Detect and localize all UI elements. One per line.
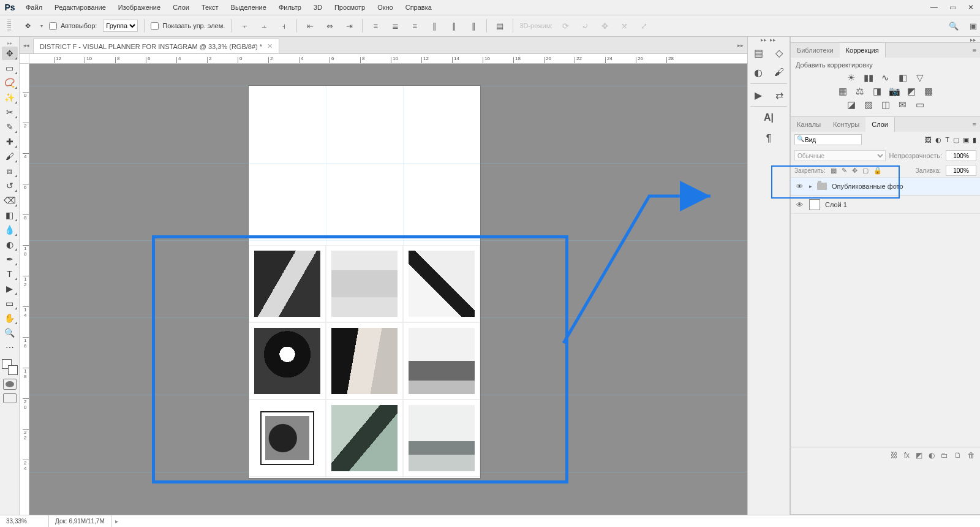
auto-align-icon[interactable]: ▤ <box>493 19 507 32</box>
autoselect-mode[interactable]: Группа <box>103 20 138 32</box>
new-layer-icon[interactable]: 🗋 <box>954 451 962 460</box>
history-panel-icon[interactable]: ▤ <box>752 47 764 59</box>
close-tab-icon[interactable]: ✕ <box>267 42 273 50</box>
type-tool[interactable]: T <box>2 267 18 281</box>
marquee-tool[interactable]: ▭ <box>2 61 18 75</box>
move-tool[interactable]: ✥ <box>2 47 18 60</box>
tab-libraries[interactable]: Библиотеки <box>791 43 840 58</box>
color-swatches[interactable] <box>2 359 18 375</box>
ruler-vertical[interactable]: 024681 01 21 41 61 82 02 22 4 <box>20 64 29 515</box>
status-docinfo[interactable]: Док: 6,91M/11,7M <box>49 515 111 527</box>
quick-mask-icon[interactable] <box>3 379 17 390</box>
tabbar-collapse-left-icon[interactable]: ◂◂ <box>23 42 29 48</box>
lock-position-icon[interactable]: ✥ <box>852 167 858 175</box>
menu-help[interactable]: Справка <box>399 4 438 11</box>
adj-selective-icon[interactable]: ✉ <box>897 99 908 110</box>
visibility-toggle-icon[interactable]: 👁 <box>794 201 804 208</box>
menu-view[interactable]: Просмотр <box>328 4 371 11</box>
document-tab[interactable]: DISTRICT F - VISUAL PLANNER FOR INSTAGRA… <box>33 39 279 53</box>
menu-text[interactable]: Текст <box>195 4 225 11</box>
align-top-icon[interactable]: ⫟ <box>238 19 251 32</box>
adj-posterize-icon[interactable]: ▨ <box>863 99 874 110</box>
grid-photo[interactable] <box>252 325 323 396</box>
edit-toolbar[interactable]: ⋯ <box>2 341 18 354</box>
grid-photo[interactable] <box>329 325 400 396</box>
link-layers-icon[interactable]: ⛓ <box>891 451 898 460</box>
adjust-panel-icon[interactable]: ◐ <box>752 66 764 78</box>
screen-mode-icon[interactable] <box>3 393 17 403</box>
adj-balance-icon[interactable]: ⚖ <box>854 86 865 97</box>
tab-channels[interactable]: Каналы <box>791 117 827 132</box>
hand-tool[interactable]: ✋ <box>2 311 18 325</box>
panel-menu-icon[interactable]: ≡ <box>969 121 980 128</box>
tools-collapse-icon[interactable]: ▸▸ <box>0 40 19 45</box>
adj-levels-icon[interactable]: ▮▮ <box>863 72 874 83</box>
menu-edit[interactable]: Редактирование <box>48 4 112 11</box>
pen-tool[interactable]: ✒ <box>2 252 18 266</box>
brush-tool[interactable]: 🖌 <box>2 150 18 163</box>
autoselect-checkbox[interactable]: Автовыбор: <box>49 22 97 30</box>
status-zoom[interactable]: 33,33% <box>0 515 49 527</box>
document-area[interactable]: 121086420246810121416182022242628 024681… <box>20 54 747 515</box>
dist-vcenter-icon[interactable]: ≣ <box>388 19 402 32</box>
menu-window[interactable]: Окно <box>371 4 399 11</box>
dist-top-icon[interactable]: ≡ <box>369 19 382 32</box>
align-bottom-icon[interactable]: ⫞ <box>277 19 290 32</box>
filter-type-icon[interactable]: T <box>945 136 949 143</box>
dist-bottom-icon[interactable]: ≡ <box>408 19 421 32</box>
layer-row[interactable]: 👁 Слой 1 <box>791 195 980 214</box>
adj-brightness-icon[interactable]: ☀ <box>846 72 857 83</box>
layer-name[interactable]: Слой 1 <box>825 201 847 208</box>
grid-photo[interactable] <box>252 403 323 474</box>
options-grip[interactable] <box>7 20 11 32</box>
window-minimize[interactable]: — <box>925 0 943 15</box>
fill-value[interactable] <box>946 165 976 176</box>
blend-mode-select[interactable]: Обычные <box>794 150 886 161</box>
show-transform-checkbox[interactable]: Показать упр. элем. <box>151 22 225 30</box>
adj-threshold-icon[interactable]: ◫ <box>880 99 891 110</box>
paragraph-panel-icon[interactable]: ¶ <box>763 132 775 145</box>
opacity-value[interactable] <box>946 150 976 161</box>
align-right-icon[interactable]: ⇥ <box>342 19 356 32</box>
filter-toggle-icon[interactable]: ▮ <box>973 136 976 144</box>
tab-adjustments[interactable]: Коррекция <box>840 43 886 58</box>
workspace-switch-icon[interactable]: ▣ <box>967 19 980 32</box>
dist-right-icon[interactable]: ‖ <box>467 19 480 32</box>
adj-vibrance-icon[interactable]: ▽ <box>914 72 925 83</box>
filter-shape-icon[interactable]: ▢ <box>953 136 959 144</box>
grid-photo[interactable] <box>406 403 477 474</box>
dist-hcenter-icon[interactable]: ‖ <box>447 19 461 32</box>
tabbar-collapse-right-icon[interactable]: ▸▸ <box>737 42 744 48</box>
lock-pixels-icon[interactable]: ▩ <box>831 167 837 175</box>
window-maximize[interactable]: ▭ <box>943 0 962 15</box>
search-icon[interactable]: 🔍 <box>947 19 960 32</box>
menu-filter[interactable]: Фильтр <box>273 4 307 11</box>
filter-smart-icon[interactable]: ▣ <box>963 136 969 144</box>
menu-select[interactable]: Выделение <box>225 4 273 11</box>
ruler-horizontal[interactable]: 121086420246810121416182022242628 <box>29 54 747 64</box>
artboard[interactable] <box>249 86 480 478</box>
filter-pixel-icon[interactable]: 🖼 <box>925 136 932 143</box>
adj-exposure-icon[interactable]: ◧ <box>897 72 908 83</box>
grid-photo[interactable] <box>329 248 400 319</box>
adj-gradient-map-icon[interactable]: ▭ <box>914 99 925 110</box>
align-vcenter-icon[interactable]: ⫠ <box>257 19 271 32</box>
eyedropper-tool[interactable]: ✎ <box>2 120 18 134</box>
layer-fx-icon[interactable]: fx <box>904 451 910 460</box>
layer-mask-icon[interactable]: ◩ <box>916 451 922 460</box>
tab-layers[interactable]: Слои <box>865 117 895 132</box>
adj-hue-icon[interactable]: ▦ <box>837 86 848 97</box>
new-adjustment-icon[interactable]: ◐ <box>929 451 935 460</box>
menu-layers[interactable]: Слои <box>167 4 195 11</box>
adj-invert-icon[interactable]: ◪ <box>846 99 857 110</box>
adj-mixer-icon[interactable]: ◩ <box>906 86 917 97</box>
align-hcenter-icon[interactable]: ⇔ <box>323 19 336 32</box>
right-collapse-icon[interactable]: ▸▸ <box>791 37 980 43</box>
panel-menu-icon[interactable]: ≡ <box>969 47 980 54</box>
midstrip-collapse-icon[interactable]: ▸▸ ▸▸ <box>748 37 790 43</box>
window-close[interactable]: ✕ <box>962 0 980 15</box>
zoom-tool[interactable]: 🔍 <box>2 326 18 339</box>
layer-name[interactable]: Опубликованные фото <box>832 183 903 190</box>
actions-panel-icon[interactable]: ▶ <box>752 89 764 101</box>
layer-row-group[interactable]: 👁 ▸ Опубликованные фото <box>791 177 980 195</box>
